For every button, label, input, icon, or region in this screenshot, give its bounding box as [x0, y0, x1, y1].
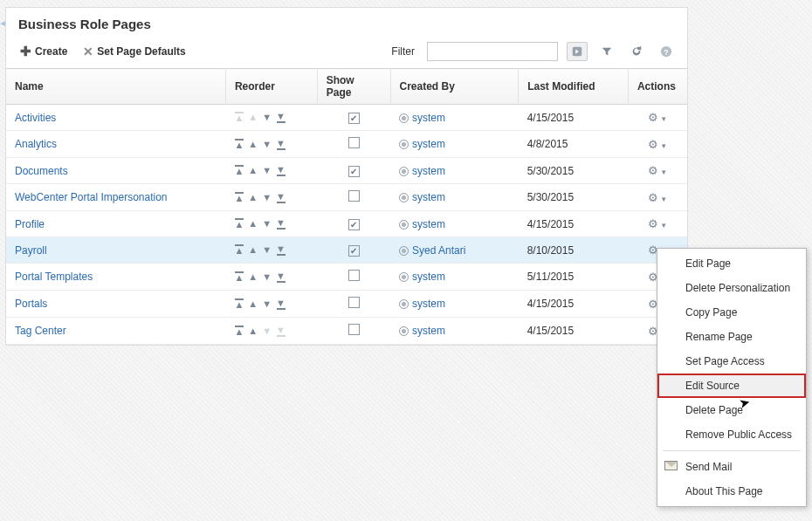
table-row[interactable]: WebCenter Portal Impersonation▲▲▼▼system…: [6, 184, 687, 211]
move-up-icon[interactable]: ▲: [248, 219, 258, 229]
page-name-link[interactable]: WebCenter Portal Impersonation: [15, 191, 168, 203]
page-name-link[interactable]: Portals: [15, 298, 47, 310]
move-bottom-icon[interactable]: ▼: [276, 326, 286, 337]
move-up-icon[interactable]: ▲: [248, 193, 258, 202]
menu-rename-page[interactable]: Rename Page: [657, 325, 806, 349]
table-row[interactable]: Profile▲▲▼▼✔system4/15/2015⚙▼: [6, 211, 687, 237]
page-name-link[interactable]: Payroll: [15, 244, 47, 257]
move-up-icon[interactable]: ▲: [248, 140, 258, 149]
show-page-checkbox[interactable]: [348, 297, 360, 308]
move-down-icon[interactable]: ▼: [262, 219, 272, 229]
move-down-icon[interactable]: ▼: [262, 193, 272, 202]
move-bottom-icon[interactable]: ▼: [276, 192, 286, 203]
page-name-link[interactable]: Portal Templates: [15, 271, 93, 283]
move-top-icon[interactable]: ▲: [234, 139, 244, 150]
move-top-icon[interactable]: ▲: [234, 298, 244, 310]
created-by-link[interactable]: system: [412, 271, 445, 283]
move-top-icon[interactable]: ▲: [234, 192, 244, 203]
set-page-defaults-button[interactable]: ✕ Set Page Defaults: [79, 43, 189, 60]
move-top-icon[interactable]: ▲: [234, 165, 244, 176]
table-row[interactable]: Documents▲▲▼▼✔system5/30/2015⚙▼: [6, 158, 687, 184]
move-bottom-icon[interactable]: ▼: [276, 244, 286, 256]
show-page-checkbox[interactable]: ✔: [348, 219, 360, 230]
refresh-button[interactable]: [626, 42, 647, 61]
show-page-checkbox[interactable]: [348, 137, 360, 148]
move-bottom-icon[interactable]: ▼: [276, 112, 286, 123]
move-top-icon[interactable]: ▲: [234, 112, 244, 123]
page-name-link[interactable]: Analytics: [15, 138, 57, 150]
menu-delete-personalization[interactable]: Delete Personalization: [657, 276, 806, 300]
show-page-checkbox[interactable]: [348, 270, 360, 281]
help-button[interactable]: ?: [656, 42, 677, 61]
created-by-link[interactable]: system: [412, 325, 445, 337]
col-modified[interactable]: Last Modified: [519, 69, 629, 105]
move-down-icon[interactable]: ▼: [262, 166, 272, 175]
filter-input[interactable]: [427, 42, 558, 61]
page-name-link[interactable]: Tag Center: [15, 325, 66, 337]
table-row[interactable]: Payroll▲▲▼▼✔Syed Antari8/10/2015⚙▼: [6, 237, 687, 264]
created-by-link[interactable]: system: [412, 165, 445, 177]
page-name-link[interactable]: Activities: [15, 112, 56, 124]
show-page-checkbox[interactable]: ✔: [348, 113, 360, 124]
menu-send-mail[interactable]: Send Mail: [657, 455, 806, 479]
move-up-icon[interactable]: ▲: [248, 299, 258, 309]
show-page-checkbox[interactable]: ✔: [348, 245, 360, 257]
actions-menu-button[interactable]: ⚙▼: [648, 138, 667, 151]
move-top-icon[interactable]: ▲: [234, 218, 244, 230]
col-created[interactable]: Created By: [390, 69, 519, 105]
move-top-icon[interactable]: ▲: [234, 326, 244, 337]
actions-menu-button[interactable]: ⚙▼: [648, 164, 667, 177]
move-down-icon[interactable]: ▼: [262, 113, 272, 122]
move-down-icon[interactable]: ▼: [262, 326, 272, 336]
table-row[interactable]: Tag Center▲▲▼▼system4/15/2015⚙▼: [6, 318, 687, 345]
created-by-link[interactable]: Syed Antari: [412, 244, 465, 257]
created-by-link[interactable]: system: [412, 112, 445, 124]
actions-menu-button[interactable]: ⚙▼: [648, 111, 667, 124]
move-bottom-icon[interactable]: ▼: [276, 218, 286, 230]
actions-menu-button[interactable]: ⚙▼: [648, 217, 667, 230]
show-page-checkbox[interactable]: ✔: [348, 166, 360, 177]
move-up-icon[interactable]: ▲: [248, 166, 258, 175]
move-up-icon[interactable]: ▲: [248, 113, 258, 122]
move-down-icon[interactable]: ▼: [262, 140, 272, 149]
created-by-link[interactable]: system: [412, 191, 445, 203]
move-bottom-icon[interactable]: ▼: [276, 298, 286, 310]
created-by-link[interactable]: system: [412, 138, 445, 150]
table-row[interactable]: Analytics▲▲▼▼system4/8/2015⚙▼: [6, 131, 687, 158]
move-up-icon[interactable]: ▲: [248, 245, 258, 255]
menu-delete-page[interactable]: Delete Page: [657, 398, 806, 422]
col-show[interactable]: Show Page: [317, 69, 390, 105]
menu-set-page-access[interactable]: Set Page Access: [657, 349, 806, 374]
move-top-icon[interactable]: ▲: [234, 244, 244, 256]
move-top-icon[interactable]: ▲: [234, 271, 244, 283]
move-down-icon[interactable]: ▼: [262, 245, 272, 255]
table-row[interactable]: Portals▲▲▼▼system4/15/2015⚙▼: [6, 291, 687, 318]
col-reorder[interactable]: Reorder: [225, 69, 317, 105]
move-down-icon[interactable]: ▼: [262, 272, 272, 282]
move-down-icon[interactable]: ▼: [262, 299, 272, 309]
create-button[interactable]: ✚ Create: [17, 42, 71, 61]
col-actions[interactable]: Actions: [628, 69, 687, 105]
menu-edit-page[interactable]: Edit Page: [657, 251, 806, 276]
filter-go-button[interactable]: [567, 42, 588, 61]
filter-funnel-button[interactable]: [596, 42, 617, 61]
actions-menu-button[interactable]: ⚙▼: [648, 191, 667, 204]
show-page-checkbox[interactable]: [348, 324, 360, 335]
move-up-icon[interactable]: ▲: [248, 272, 258, 282]
move-up-icon[interactable]: ▲: [248, 326, 258, 336]
menu-about-this-page[interactable]: About This Page: [657, 479, 806, 504]
menu-copy-page[interactable]: Copy Page: [657, 300, 806, 325]
table-row[interactable]: Portal Templates▲▲▼▼system5/11/2015⚙▼: [6, 264, 687, 291]
page-name-link[interactable]: Documents: [15, 165, 68, 177]
move-bottom-icon[interactable]: ▼: [276, 165, 286, 176]
created-by-link[interactable]: system: [412, 298, 445, 310]
show-page-checkbox[interactable]: [348, 190, 360, 202]
created-by-link[interactable]: system: [412, 218, 445, 230]
move-bottom-icon[interactable]: ▼: [276, 271, 286, 283]
col-name[interactable]: Name: [6, 69, 225, 105]
table-row[interactable]: Activities▲▲▼▼✔system4/15/2015⚙▼: [6, 105, 687, 131]
page-name-link[interactable]: Profile: [15, 218, 45, 230]
menu-edit-source[interactable]: Edit Source: [657, 374, 806, 398]
move-bottom-icon[interactable]: ▼: [276, 139, 286, 150]
menu-remove-public-access[interactable]: Remove Public Access: [657, 422, 806, 447]
